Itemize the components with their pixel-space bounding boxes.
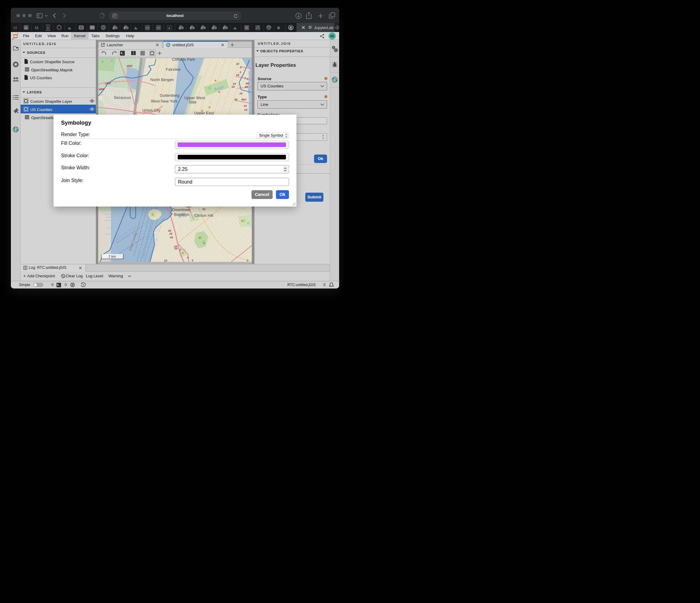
- svg-text:JupyterLab: JupyterLab: [314, 25, 333, 30]
- svg-text:2 km: 2 km: [108, 255, 116, 258]
- svg-text:31: 31: [24, 26, 27, 29]
- svg-text:S: S: [179, 26, 181, 29]
- svg-text:P: P: [190, 26, 192, 29]
- svg-text:P: P: [336, 26, 339, 29]
- svg-text:e: e: [168, 26, 170, 30]
- svg-text:S: S: [113, 26, 115, 29]
- svg-text:e: e: [47, 26, 49, 29]
- svg-text:M: M: [13, 25, 17, 30]
- svg-text:P: P: [223, 26, 225, 29]
- svg-text:S: S: [212, 26, 214, 29]
- svg-text:M: M: [35, 25, 39, 30]
- svg-text:P: P: [124, 26, 126, 29]
- svg-text:P: P: [201, 26, 203, 29]
